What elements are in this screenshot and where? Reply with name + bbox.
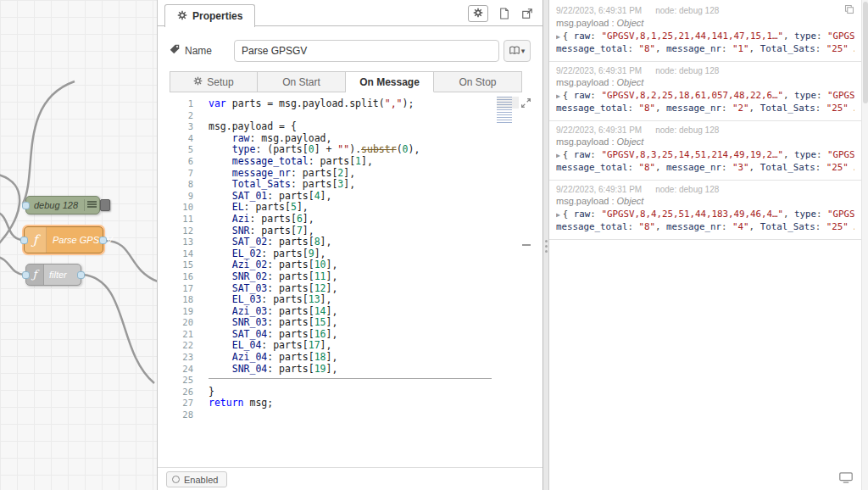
source-node-link[interactable]: node: debug 128: [655, 66, 719, 75]
overview-ruler-marker: [522, 244, 531, 246]
message-preview[interactable]: ▶{ raw: "GPGSV,8,4,25,51,44,183,49,46,4……: [556, 209, 854, 233]
line-number: 14: [170, 248, 193, 260]
label-style-button[interactable]: ▾: [504, 40, 531, 62]
line-number: 27: [170, 398, 193, 409]
code-line-12[interactable]: 12 SNR: parts[7],: [170, 226, 519, 237]
debug-message[interactable]: 9/22/2023, 6:49:31 PMnode: debug 128msg.…: [549, 181, 861, 240]
code-line-17[interactable]: 17 SAT_03: parts[12],: [170, 283, 519, 295]
input-port[interactable]: [20, 237, 28, 244]
code-line-19[interactable]: 19 Azi_03: parts[14],: [170, 306, 519, 318]
expand-editor-icon[interactable]: [520, 97, 532, 109]
line-content: message_total: parts[1],: [193, 155, 373, 167]
expand-arrow-icon[interactable]: ▶: [556, 92, 560, 100]
expand-arrow-icon[interactable]: ▶: [556, 152, 560, 159]
node-settings-button[interactable]: [468, 5, 488, 22]
line-content: SNR_02: parts[11],: [193, 270, 337, 282]
line-number: 19: [170, 306, 193, 318]
node-filter[interactable]: ƒ filter: [25, 264, 81, 286]
copy-icon[interactable]: [844, 4, 854, 16]
edit-dialog-footer: Enabled: [158, 467, 542, 490]
node-label: debug 128: [34, 197, 78, 214]
message-preview[interactable]: ▶{ raw: "GPGSV,8,1,25,21,44,141,47,15,1……: [556, 31, 854, 55]
doc-icon[interactable]: [498, 7, 511, 20]
source-node-link[interactable]: node: debug 128: [655, 6, 719, 15]
line-content: [193, 374, 209, 386]
debug-message[interactable]: 9/22/2023, 6:49:31 PMnode: debug 128msg.…: [549, 62, 861, 121]
debug-message[interactable]: 9/22/2023, 6:49:31 PMnode: debug 128msg.…: [549, 121, 861, 181]
code-line-4[interactable]: 4 raw: msg.payload,: [170, 133, 519, 145]
line-content: EL_02: parts[9],: [193, 248, 326, 259]
code-line-26[interactable]: 26}: [170, 387, 519, 398]
code-line-28[interactable]: 28: [170, 409, 519, 421]
code-line-1[interactable]: 1var parts = msg.payload.split(",");: [170, 98, 519, 110]
message-preview[interactable]: ▶{ raw: "GPGSV,8,2,25,18,61,057,48,22,6……: [556, 90, 854, 114]
output-port[interactable]: [99, 237, 107, 244]
node-debug[interactable]: debug 128: [25, 196, 100, 214]
message-preview[interactable]: ▶{ raw: "GPGSV,8,3,25,14,51,214,49,19,2……: [556, 149, 854, 174]
minimap[interactable]: [497, 97, 519, 124]
code-line-24[interactable]: 24 SNR_04: parts[19],: [170, 364, 519, 376]
line-number: 22: [170, 340, 193, 352]
code-editor[interactable]: 1var parts = msg.payload.split(",");23ms…: [170, 95, 532, 466]
line-content: message_nr: parts[2],: [193, 167, 355, 179]
message-path: msg.payload : Object: [556, 136, 854, 147]
code-line-22[interactable]: 22 EL_04: parts[17],: [170, 340, 519, 352]
code-line-2[interactable]: 2: [170, 110, 519, 122]
line-content: }: [193, 386, 214, 398]
line-content: var parts = msg.payload.split(",");: [193, 97, 414, 109]
scrollbar-thumb[interactable]: [863, 2, 868, 103]
open-window-icon[interactable]: [520, 7, 534, 20]
line-content: Azi_02: parts[10],: [193, 259, 337, 270]
flow-workspace[interactable]: debug 128 ƒ Parse GPSGV ƒ filter: [0, 0, 157, 490]
tab-on-start[interactable]: On Start: [258, 71, 346, 92]
code-line-7[interactable]: 7 message_nr: parts[2],: [170, 168, 519, 180]
code-line-6[interactable]: 6 message_total: parts[1],: [170, 156, 519, 168]
line-number: 13: [170, 237, 193, 248]
code-line-9[interactable]: 9 SAT_01: parts[4],: [170, 191, 519, 203]
gear-icon: [193, 76, 203, 88]
debug-sidebar: 9/22/2023, 6:49:31 PMnode: debug 128msg.…: [549, 0, 861, 490]
line-content: return msg;: [193, 397, 273, 409]
name-row: Name ▾: [170, 40, 532, 62]
input-port[interactable]: [22, 202, 30, 209]
code-line-16[interactable]: 16 SNR_02: parts[11],: [170, 271, 519, 283]
code-lines: 1var parts = msg.payload.split(",");23ms…: [170, 98, 519, 421]
code-line-15[interactable]: 15 Azi_02: parts[10],: [170, 259, 519, 271]
code-line-20[interactable]: 20 SNR_03: parts[15],: [170, 317, 519, 329]
line-content: SNR_04: parts[19],: [193, 363, 337, 375]
expand-arrow-icon[interactable]: ▶: [556, 33, 560, 41]
source-node-link[interactable]: node: debug 128: [655, 125, 719, 135]
code-line-18[interactable]: 18 EL_03: parts[13],: [170, 294, 519, 306]
expand-arrow-icon[interactable]: ▶: [556, 211, 560, 219]
code-line-8[interactable]: 8 Total_Sats: parts[3],: [170, 179, 519, 191]
tray-resize-handle[interactable]: [543, 0, 549, 490]
tab-on-message[interactable]: On Message: [346, 71, 434, 92]
code-line-25[interactable]: 25: [170, 375, 519, 387]
message-path: msg.payload : Object: [556, 196, 854, 206]
output-port[interactable]: [77, 271, 85, 279]
timestamp: 9/22/2023, 6:49:31 PM: [556, 185, 642, 194]
monitor-icon[interactable]: [839, 471, 853, 487]
code-line-23[interactable]: 23 Azi_04: parts[18],: [170, 352, 519, 364]
input-port[interactable]: [22, 271, 30, 279]
line-number: 12: [170, 226, 193, 237]
name-input[interactable]: [234, 40, 499, 62]
code-line-11[interactable]: 11 Azi: parts[6],: [170, 214, 519, 226]
code-line-10[interactable]: 10 EL: parts[5],: [170, 202, 519, 214]
tab-on-stop[interactable]: On Stop: [434, 71, 522, 92]
enabled-toggle-button[interactable]: Enabled: [166, 471, 227, 487]
code-line-13[interactable]: 13 SAT_02: parts[8],: [170, 237, 519, 248]
tab-properties[interactable]: Properties: [164, 4, 255, 27]
tab-setup[interactable]: Setup: [170, 71, 258, 92]
sidebar-scrollbar[interactable]: [861, 0, 868, 490]
code-line-27[interactable]: 27return msg;: [170, 398, 519, 409]
code-line-3[interactable]: 3msg.payload = {: [170, 121, 519, 133]
debug-message[interactable]: 9/22/2023, 6:49:31 PMnode: debug 128msg.…: [549, 0, 861, 62]
code-line-5[interactable]: 5 type: (parts[0] + "").substr(0),: [170, 144, 519, 156]
source-node-link[interactable]: node: debug 128: [655, 185, 719, 194]
debug-toggle-button[interactable]: [100, 199, 110, 211]
code-line-14[interactable]: 14 EL_02: parts[9],: [170, 248, 519, 260]
node-function-parse-gpsgv[interactable]: ƒ Parse GPSGV: [24, 226, 103, 253]
code-line-21[interactable]: 21 SAT_04: parts[16],: [170, 329, 519, 341]
tab-label: Setup: [207, 76, 233, 88]
